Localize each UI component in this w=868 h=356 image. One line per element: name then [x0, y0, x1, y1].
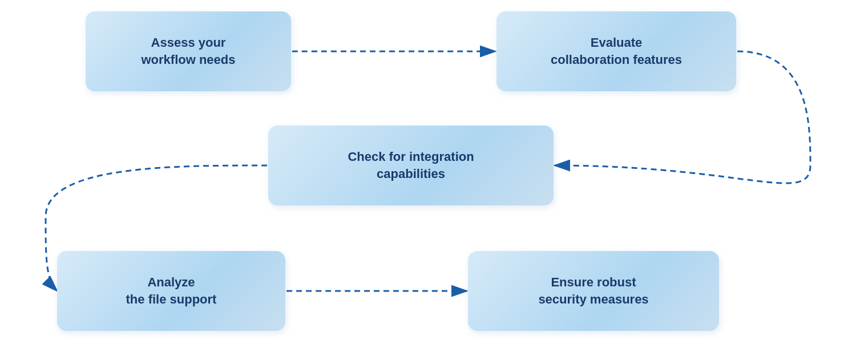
analyze-file-label: Analyzethe file support [126, 274, 217, 308]
evaluate-collaboration-box: Evaluatecollaboration features [496, 11, 736, 91]
assess-workflow-box: Assess yourworkflow needs [86, 11, 291, 91]
diagram-container: Assess yourworkflow needs Evaluatecollab… [0, 0, 868, 356]
evaluate-collaboration-label: Evaluatecollaboration features [551, 34, 682, 68]
ensure-security-box: Ensure robustsecurity measures [468, 251, 719, 331]
check-integration-label: Check for integrationcapabilities [348, 148, 474, 182]
analyze-file-box: Analyzethe file support [57, 251, 285, 331]
check-integration-box: Check for integrationcapabilities [268, 126, 554, 205]
ensure-security-label: Ensure robustsecurity measures [538, 274, 648, 308]
assess-workflow-label: Assess yourworkflow needs [141, 34, 235, 68]
